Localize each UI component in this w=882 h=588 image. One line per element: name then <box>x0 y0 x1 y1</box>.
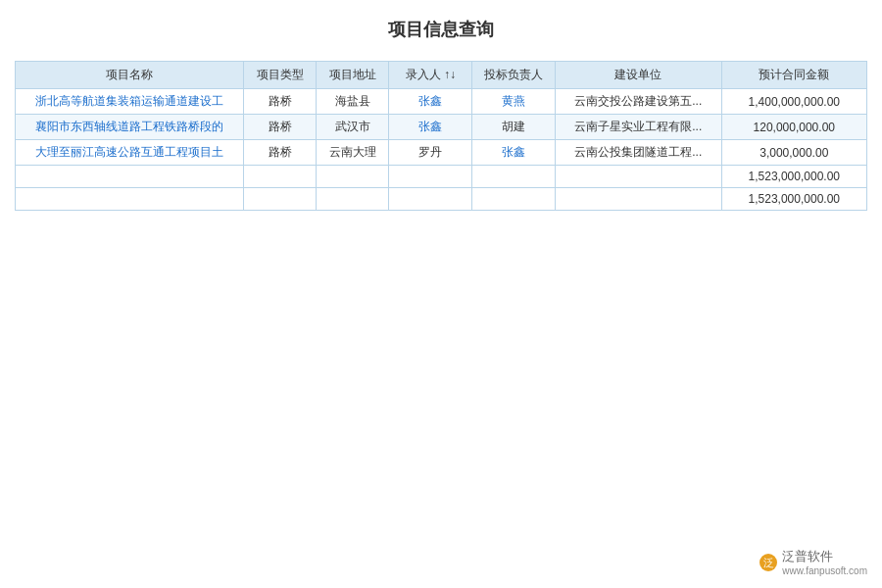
cell-type: 路桥 <box>244 115 317 140</box>
table-row: 大理至丽江高速公路互通工程项目土路桥云南大理罗丹张鑫云南公投集团隧道工程...3… <box>16 140 867 166</box>
cell-unit: 云南交投公路建设第五... <box>556 89 722 115</box>
subtotal-row: 1,523,000,000.00 <box>16 166 867 188</box>
col-header-bid: 投标负责人 <box>472 62 556 89</box>
cell-address: 云南大理 <box>317 140 389 166</box>
total-amount: 1,523,000,000.00 <box>721 188 866 211</box>
cell-bid-person[interactable]: 黄燕 <box>472 89 556 115</box>
cell-address: 海盐县 <box>317 89 389 115</box>
cell-project-name[interactable]: 大理至丽江高速公路互通工程项目土 <box>16 140 244 166</box>
table-row: 浙北高等航道集装箱运输通道建设工路桥海盐县张鑫黄燕云南交投公路建设第五...1,… <box>16 89 867 115</box>
col-header-address: 项目地址 <box>317 62 389 89</box>
cell-entry-person[interactable]: 张鑫 <box>389 115 472 140</box>
page-container: 项目信息查询 项目名称 项目类型 项目地址 录入人 ↑↓ 投标负责人 建设单位 … <box>0 0 882 588</box>
table-body: 浙北高等航道集装箱运输通道建设工路桥海盐县张鑫黄燕云南交投公路建设第五...1,… <box>16 89 867 211</box>
subtotal-amount: 1,523,000,000.00 <box>721 166 866 188</box>
cell-bid-person[interactable]: 胡建 <box>472 115 556 140</box>
cell-bid-person[interactable]: 张鑫 <box>472 140 556 166</box>
branding-logo-icon: 泛 <box>759 553 778 572</box>
table-row: 襄阳市东西轴线道路工程铁路桥段的路桥武汉市张鑫胡建云南子星实业工程有限...12… <box>16 115 867 140</box>
branding-company-name: 泛普软件 <box>782 548 867 565</box>
cell-amount: 3,000,000.00 <box>721 140 866 166</box>
col-header-type: 项目类型 <box>244 62 317 89</box>
cell-project-name[interactable]: 襄阳市东西轴线道路工程铁路桥段的 <box>16 115 244 140</box>
branding: 泛 泛普软件 www.fanpusoft.com <box>759 548 867 576</box>
cell-unit: 云南公投集团隧道工程... <box>556 140 722 166</box>
page-title: 项目信息查询 <box>15 10 867 49</box>
cell-type: 路桥 <box>244 89 317 115</box>
col-header-amount: 预计合同金额 <box>721 62 866 89</box>
col-header-entry: 录入人 ↑↓ <box>389 62 472 89</box>
cell-entry-person[interactable]: 张鑫 <box>389 89 472 115</box>
cell-project-name[interactable]: 浙北高等航道集装箱运输通道建设工 <box>16 89 244 115</box>
col-header-name: 项目名称 <box>16 62 244 89</box>
cell-amount: 120,000,000.00 <box>721 115 866 140</box>
table-header-row: 项目名称 项目类型 项目地址 录入人 ↑↓ 投标负责人 建设单位 预计合同金额 <box>16 62 867 89</box>
branding-url: www.fanpusoft.com <box>782 565 867 576</box>
cell-amount: 1,400,000,000.00 <box>721 89 866 115</box>
cell-address: 武汉市 <box>317 115 389 140</box>
cell-entry-person[interactable]: 罗丹 <box>389 140 472 166</box>
svg-text:泛: 泛 <box>763 557 774 568</box>
col-header-unit: 建设单位 <box>556 62 722 89</box>
total-row: 1,523,000,000.00 <box>16 188 867 211</box>
data-table: 项目名称 项目类型 项目地址 录入人 ↑↓ 投标负责人 建设单位 预计合同金额 … <box>15 61 867 211</box>
cell-type: 路桥 <box>244 140 317 166</box>
cell-unit: 云南子星实业工程有限... <box>556 115 722 140</box>
